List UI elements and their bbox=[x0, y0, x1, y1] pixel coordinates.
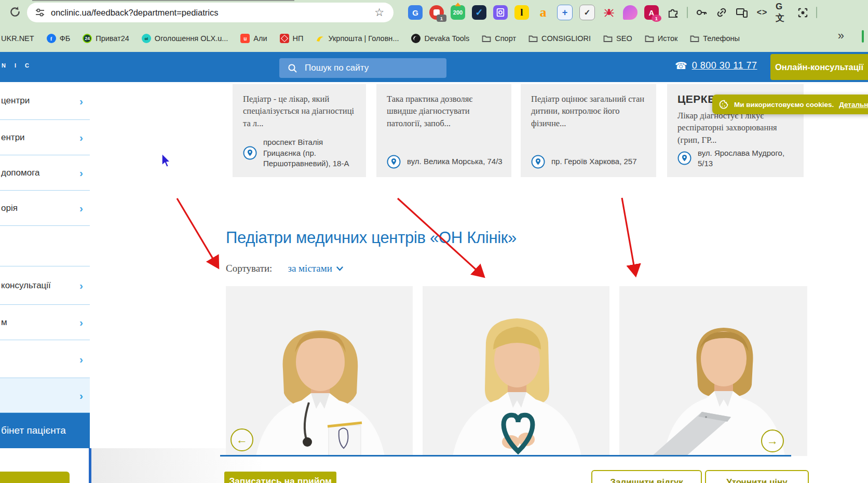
sidebar-item-blank-2[interactable]: › bbox=[0, 340, 90, 378]
red-annotation-arrow bbox=[622, 198, 635, 274]
phone-number: 0 800 30 11 77 bbox=[692, 60, 757, 71]
sort-row: Сортувати: за містами bbox=[226, 263, 343, 274]
leave-review-button[interactable]: Залишити відгук bbox=[591, 470, 702, 483]
privat24-icon: 24 bbox=[83, 34, 92, 43]
bookmark-privat24[interactable]: 24 Приват24 bbox=[83, 34, 129, 43]
bookmark-folder-seo[interactable]: SEO bbox=[603, 34, 632, 43]
sidebar-item-consultations[interactable]: консультації› bbox=[0, 266, 90, 305]
doctor-photo bbox=[423, 286, 609, 456]
check-app-extension-icon[interactable]: ✓ bbox=[472, 5, 486, 20]
translate-extension-icon[interactable]: G bbox=[408, 5, 423, 20]
chevron-right-icon: › bbox=[79, 280, 83, 291]
sidebar-cta-button[interactable] bbox=[0, 472, 70, 483]
extensions-row: G 1 200 ✓ l a + ✓ A 1 bbox=[408, 5, 817, 20]
cookie-banner: Ми використовуємо cookies. Детальн bbox=[712, 95, 868, 114]
carousel-bottom-border bbox=[220, 455, 791, 457]
site-settings-icon[interactable] bbox=[35, 8, 45, 17]
chevron-right-icon: › bbox=[79, 167, 83, 178]
cookie-icon bbox=[718, 99, 729, 110]
url-text: onclinic.ua/feedback?department=pediatri… bbox=[51, 8, 218, 18]
site-logo[interactable]: N I C bbox=[2, 62, 33, 69]
sidebar-item-centers[interactable]: центри› bbox=[0, 82, 90, 120]
sidebar-item-help[interactable]: допомога› bbox=[0, 155, 90, 191]
carousel-prev-button[interactable]: ← bbox=[230, 428, 253, 451]
novaposhta-icon bbox=[280, 34, 289, 43]
bookmark-novaposhta[interactable]: НП bbox=[280, 34, 304, 43]
sort-dropdown[interactable]: за містами bbox=[288, 263, 343, 274]
mouse-cursor bbox=[162, 154, 170, 167]
cookie-details-link[interactable]: Детальн bbox=[839, 101, 868, 109]
bookmark-olx[interactable]: ol Оголошення OLX.u... bbox=[142, 34, 228, 43]
search-icon bbox=[288, 63, 297, 73]
bookmark-facebook[interactable]: f ФБ bbox=[47, 34, 71, 43]
extensions-puzzle-icon[interactable] bbox=[666, 5, 680, 20]
folder-icon bbox=[690, 34, 699, 43]
code-tools-icon[interactable]: <> bbox=[755, 6, 769, 19]
location-pin-icon bbox=[243, 146, 257, 160]
ukrposhta-icon bbox=[316, 34, 324, 43]
patient-cabinet-button[interactable]: бінет пацієнта bbox=[0, 413, 90, 448]
online-consult-button[interactable]: Онлайн-консультації bbox=[770, 54, 868, 80]
chevron-right-icon: › bbox=[79, 390, 83, 401]
book-appointment-button[interactable]: Записатись на прийом bbox=[224, 472, 336, 483]
doctor-card[interactable] bbox=[226, 286, 413, 456]
copy-link-icon[interactable] bbox=[715, 6, 728, 19]
page-title: Педіатри медичних центрів «ОН Клінік» bbox=[226, 229, 517, 247]
clarify-price-button[interactable]: Уточнити ціну bbox=[705, 470, 809, 483]
pharmacy-extension-icon[interactable]: + bbox=[557, 5, 573, 20]
info-card[interactable]: Педіатр оцінює загальний стан дитини, ко… bbox=[521, 84, 656, 177]
bookmark-folder-sport[interactable]: Спорт bbox=[482, 34, 516, 43]
spider-extension-icon[interactable] bbox=[602, 5, 616, 20]
carousel-next-button[interactable]: → bbox=[761, 430, 784, 452]
bookmarks-overflow-chevron[interactable]: » bbox=[838, 29, 844, 43]
address-row: проспект Віталія Грицаєнка (пр. Першотра… bbox=[243, 137, 359, 169]
address-row: вул. Ярослава Мудрого, 5/13 bbox=[677, 148, 796, 169]
gradient-drop-extension-icon[interactable] bbox=[623, 5, 638, 20]
sidebar-item-centers-2[interactable]: ентри› bbox=[0, 120, 90, 155]
doctor-card[interactable] bbox=[423, 286, 609, 456]
reload-button[interactable] bbox=[8, 5, 23, 20]
letyshops-extension-icon[interactable]: l bbox=[514, 5, 529, 20]
password-key-icon[interactable] bbox=[695, 6, 708, 19]
cookie-text: Ми використовуємо cookies. bbox=[734, 101, 834, 109]
sidebar-item-m[interactable]: м› bbox=[0, 305, 90, 340]
screenshot-icon[interactable] bbox=[796, 6, 809, 19]
chevron-right-icon: › bbox=[79, 354, 83, 365]
info-card[interactable]: Педіатр - це лікар, який спеціалізується… bbox=[233, 84, 366, 177]
site-search-input[interactable]: Пошук по сайту bbox=[279, 58, 446, 78]
bookmark-folder-istok[interactable]: Исток bbox=[645, 34, 678, 43]
bookmark-ukrnet[interactable]: UKR.NET bbox=[1, 34, 34, 43]
bookmark-devaka[interactable]: Devaka Tools bbox=[411, 34, 469, 43]
chevron-right-icon: › bbox=[79, 317, 83, 328]
toolbar-divider bbox=[687, 7, 688, 18]
translate-page-icon[interactable]: G文 bbox=[776, 6, 789, 19]
notes-extension-icon[interactable]: ✓ bbox=[579, 5, 595, 20]
reader-extension-icon[interactable] bbox=[493, 5, 508, 20]
folder-icon bbox=[603, 34, 613, 43]
sidebar-item-active[interactable]: › bbox=[0, 378, 90, 413]
bookmark-folder-phones[interactable]: Телефоны bbox=[690, 34, 740, 43]
adblock-extension-icon[interactable]: 1 bbox=[429, 5, 444, 20]
sidebar-item-blank[interactable] bbox=[0, 226, 90, 266]
acrobat-extension-icon[interactable]: A 1 bbox=[644, 5, 659, 20]
chevron-down-icon bbox=[336, 266, 343, 271]
sidebar-item-history[interactable]: орія› bbox=[0, 191, 90, 226]
amazon-extension-icon[interactable]: a bbox=[536, 5, 550, 20]
bookmark-ukrposhta[interactable]: Укрпошта | Головн... bbox=[316, 34, 399, 43]
doctor-photo bbox=[226, 286, 413, 456]
phone-icon: ☎ bbox=[675, 60, 687, 72]
info-card[interactable]: Така практика дозволяє швидше діагностув… bbox=[376, 84, 511, 177]
devices-icon[interactable] bbox=[735, 6, 749, 19]
cashback-extension-icon[interactable]: 200 bbox=[451, 5, 465, 20]
chevron-right-icon: › bbox=[79, 203, 83, 213]
header-phone-link[interactable]: ☎ 0 800 30 11 77 bbox=[675, 60, 757, 72]
bookmark-aliexpress[interactable]: u Али bbox=[240, 34, 267, 43]
address-bar[interactable]: onclinic.ua/feedback?department=pediatri… bbox=[27, 3, 394, 22]
doctor-card[interactable] bbox=[619, 286, 807, 456]
toolbar-divider bbox=[816, 7, 817, 18]
browser-window: onclinic.ua/feedback?department=pediatri… bbox=[0, 0, 868, 483]
search-placeholder: Пошук по сайту bbox=[305, 63, 369, 73]
bookmark-folder-consigliori[interactable]: CONSIGLIORI bbox=[528, 34, 591, 43]
bookmark-star-icon[interactable]: ☆ bbox=[374, 5, 384, 20]
cashback-badge: 200 bbox=[453, 9, 463, 16]
